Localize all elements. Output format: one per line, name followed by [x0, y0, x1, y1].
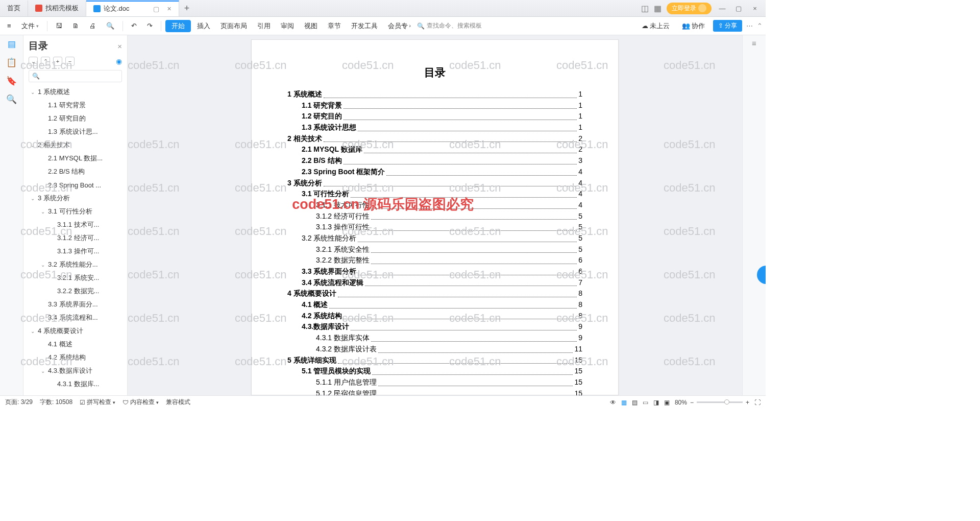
add-item-icon[interactable]: +: [53, 57, 62, 66]
tab-restore-icon[interactable]: ▢: [153, 5, 159, 13]
toc-line[interactable]: 3.2.1 系统安全性5: [316, 244, 582, 255]
find-icon[interactable]: 🔍: [6, 93, 17, 105]
toc-line[interactable]: 5.1.1 用户信息管理15: [316, 377, 582, 388]
menu-insert[interactable]: 插入: [193, 19, 214, 33]
undo-icon[interactable]: ↶: [127, 20, 141, 32]
toggle-icon[interactable]: ⌄: [41, 209, 47, 215]
tab-document[interactable]: 论文.doc ▢ ×: [86, 1, 179, 16]
outline-item[interactable]: 2.3 Spring Boot ...: [23, 178, 127, 192]
tab-home[interactable]: 首页: [0, 1, 28, 16]
outline-item[interactable]: ⌄3 系统分析: [23, 192, 127, 205]
toc-line[interactable]: 4.1 概述8: [302, 299, 582, 311]
menu-toggle-icon[interactable]: ≡: [743, 35, 766, 51]
toc-line[interactable]: 2.2 B/S 结构3: [302, 155, 582, 167]
toc-line[interactable]: 3.3 系统界面分析6: [302, 266, 582, 277]
page-view-icon[interactable]: ▦: [621, 399, 627, 406]
more-icon[interactable]: ⋯: [746, 22, 753, 30]
outline-search[interactable]: 🔍: [29, 70, 122, 82]
read-view-icon[interactable]: ▭: [643, 399, 648, 406]
menu-view[interactable]: 视图: [300, 19, 322, 33]
word-count[interactable]: 字数: 10508: [40, 398, 72, 407]
toc-line[interactable]: 3.4 系统流程和逻辑7: [302, 277, 582, 289]
toc-line[interactable]: 5 系统详细实现15: [287, 355, 582, 366]
close-panel-icon[interactable]: ×: [117, 42, 122, 51]
login-button[interactable]: 立即登录: [667, 3, 712, 14]
cloud-status[interactable]: ☁未上云: [638, 19, 674, 33]
preview-icon[interactable]: 🔍: [102, 20, 118, 32]
toc-line[interactable]: 3.1.3 操作可行性5: [316, 222, 582, 233]
toc-line[interactable]: 3.1.2 经济可行性5: [316, 211, 582, 222]
minimize-icon[interactable]: —: [717, 5, 728, 12]
maximize-icon[interactable]: ▢: [733, 5, 744, 12]
toggle-icon[interactable]: ⌄: [41, 262, 47, 268]
menu-member[interactable]: 会员专›: [384, 19, 415, 33]
save-as-icon[interactable]: 🗎: [68, 20, 83, 32]
outline-item[interactable]: 3.2.2 数据完...: [23, 285, 127, 298]
toggle-icon[interactable]: ⌄: [31, 143, 37, 148]
outline-icon[interactable]: ▤: [6, 38, 17, 50]
spell-check[interactable]: ☑拼写检查▾: [80, 398, 115, 407]
toggle-icon[interactable]: ⌄: [31, 196, 37, 201]
toc-line[interactable]: 2.3 Spring Boot 框架简介4: [302, 167, 582, 178]
remove-item-icon[interactable]: −: [65, 57, 75, 66]
menu-review[interactable]: 审阅: [277, 19, 298, 33]
outline-item[interactable]: 3.4 系统流程和...: [23, 311, 127, 324]
toc-line[interactable]: 1.3 系统设计思想1: [302, 122, 582, 133]
toc-line[interactable]: 4 系统概要设计8: [287, 288, 582, 299]
toc-line[interactable]: 3.2 系统性能分析5: [302, 233, 582, 244]
pin-icon[interactable]: ◉: [116, 57, 122, 65]
command-search[interactable]: 🔍 查找命令、搜索模板: [417, 21, 482, 30]
outline-item[interactable]: 2.2 B/S 结构: [23, 165, 127, 178]
new-tab-button[interactable]: +: [179, 3, 195, 14]
toc-line[interactable]: 3 系统分析4: [287, 178, 582, 189]
outline-item[interactable]: ⌄4 系统概要设计: [23, 324, 127, 338]
toc-line[interactable]: 4.3.1 数据库实体9: [316, 333, 582, 344]
web-view-icon[interactable]: ▤: [632, 399, 638, 406]
menu-chapter[interactable]: 章节: [324, 19, 345, 33]
outline-item[interactable]: 3.3 系统界面分...: [23, 298, 127, 311]
fullscreen-view-icon[interactable]: ▣: [664, 399, 670, 406]
outline-item[interactable]: 3.2.1 系统安...: [23, 271, 127, 285]
toc-line[interactable]: 3.1 可行性分析4: [302, 188, 582, 200]
zoom-slider[interactable]: [697, 401, 743, 403]
zoom-out-icon[interactable]: −: [690, 399, 694, 406]
toc-line[interactable]: 3.2.2 数据完整性6: [316, 255, 582, 266]
toc-line[interactable]: 5.1.2 民宿信息管理15: [316, 388, 582, 395]
toc-line[interactable]: 4.2 系统结构8: [302, 311, 582, 322]
outline-item[interactable]: 3.1.1 技术可...: [23, 218, 127, 231]
expand-all-icon[interactable]: ⌃: [41, 57, 50, 66]
outline-item[interactable]: 3.1.3 操作可...: [23, 245, 127, 258]
outline-item[interactable]: 1.1 研究背景: [23, 99, 127, 112]
print-icon[interactable]: 🖨: [85, 20, 100, 32]
outline-item[interactable]: 4.1 概述: [23, 338, 127, 351]
zoom-control[interactable]: 80% − +: [675, 399, 749, 406]
toc-line[interactable]: 2 相关技术2: [287, 133, 582, 145]
toc-line[interactable]: 4.3.2 数据库设计表11: [316, 344, 582, 355]
toc-line[interactable]: 2.1 MYSQL 数据库2: [302, 144, 582, 155]
toc-line[interactable]: 4.3.数据库设计9: [302, 321, 582, 333]
outline-item[interactable]: 4.3.1 数据库...: [23, 377, 127, 391]
tab-template[interactable]: 找稻壳模板: [28, 1, 86, 16]
collapse-ribbon-icon[interactable]: ⌃: [757, 22, 763, 30]
outline-item[interactable]: 1.3 系统设计思...: [23, 125, 127, 138]
outline-item[interactable]: ⌄3.2 系统性能分...: [23, 258, 127, 271]
document-viewport[interactable]: 目录 1 系统概述11.1 研究背景11.2 研究目的11.3 系统设计思想12…: [128, 35, 742, 395]
menu-layout[interactable]: 页面布局: [216, 19, 251, 33]
file-menu[interactable]: 文件▾: [17, 19, 43, 33]
close-window-icon[interactable]: ×: [749, 5, 761, 12]
toc-line[interactable]: 1.2 研究目的1: [302, 111, 582, 122]
redo-icon[interactable]: ↷: [143, 20, 157, 32]
toc-line[interactable]: 3.1.1 技术可行性4: [316, 200, 582, 211]
toc-line[interactable]: 5.1 管理员模块的实现15: [302, 366, 582, 377]
outline-item[interactable]: 4.2 系统结构: [23, 351, 127, 364]
outline-item[interactable]: ⌄3.1 可行性分析: [23, 205, 127, 218]
toc-line[interactable]: 1.1 研究背景1: [302, 100, 582, 111]
menu-start[interactable]: 开始: [165, 20, 191, 32]
layout-icon[interactable]: ◫: [641, 4, 649, 13]
toggle-icon[interactable]: ⌄: [41, 368, 47, 374]
toggle-icon[interactable]: ⌄: [31, 89, 37, 95]
outline-item[interactable]: ⌄2 相关技术: [23, 138, 127, 152]
collapse-all-icon[interactable]: ⌄: [29, 57, 38, 66]
outline-item[interactable]: ⌄1 系统概述: [23, 85, 127, 99]
collab-button[interactable]: 👥协作: [678, 19, 709, 33]
